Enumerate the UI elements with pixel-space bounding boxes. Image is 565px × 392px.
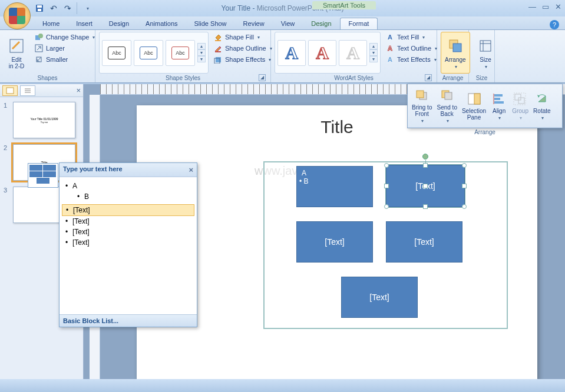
text-pane-item[interactable]: [Text] bbox=[62, 227, 194, 237]
rotate-button[interactable]: Rotate bbox=[531, 87, 552, 125]
tab-review[interactable]: Review bbox=[235, 18, 273, 29]
tab-view[interactable]: View bbox=[273, 18, 303, 29]
text-pane-title: Type your text here bbox=[63, 165, 123, 174]
smartart-block-3[interactable]: [Text] bbox=[296, 221, 373, 263]
align-button[interactable]: Align bbox=[489, 87, 509, 125]
text-effects-button[interactable]: AText Effects bbox=[383, 54, 440, 65]
smartart-block-4[interactable]: [Text] bbox=[386, 221, 462, 263]
svg-rect-21 bbox=[494, 94, 503, 97]
smartart-block-2[interactable]: [Text] bbox=[386, 165, 465, 207]
svg-rect-9 bbox=[215, 51, 221, 52]
tab-insert[interactable]: Insert bbox=[68, 18, 101, 29]
arrange-button[interactable]: Arrange bbox=[441, 32, 470, 74]
group-button[interactable]: Group bbox=[510, 87, 530, 125]
svg-rect-13 bbox=[453, 44, 461, 52]
svg-rect-25 bbox=[515, 94, 521, 100]
text-pane-item[interactable]: B bbox=[62, 191, 194, 202]
redo-icon[interactable]: ↷ bbox=[62, 3, 73, 14]
larger-button[interactable]: Larger bbox=[32, 43, 97, 54]
tab-design[interactable]: Design bbox=[101, 18, 137, 29]
shape-style-gallery[interactable]: Abc Abc Abc ▴▾▾ bbox=[99, 32, 209, 74]
change-shape-icon bbox=[34, 32, 44, 42]
group-icon bbox=[512, 91, 528, 107]
arrange-icon bbox=[446, 36, 465, 55]
shape-fill-button[interactable]: Shape Fill bbox=[211, 32, 275, 42]
text-pane-item[interactable]: [Text] bbox=[62, 216, 194, 227]
panel-close-icon[interactable]: × bbox=[76, 86, 81, 95]
bring-front-icon bbox=[414, 88, 430, 103]
text-outline-icon: A bbox=[385, 44, 395, 53]
office-button[interactable] bbox=[4, 2, 31, 29]
restore-button[interactable]: ▭ bbox=[542, 2, 549, 11]
send-to-back-button[interactable]: Send to Back bbox=[435, 87, 458, 125]
svg-rect-23 bbox=[494, 101, 504, 104]
rotate-handle-icon[interactable] bbox=[422, 154, 428, 160]
paint-bucket-icon bbox=[213, 32, 223, 42]
rotate-icon bbox=[534, 91, 550, 107]
ribbon: Edit in 2-D Change Shape Larger Smaller … bbox=[0, 30, 565, 83]
gallery-down-icon[interactable]: ▾ bbox=[197, 49, 206, 56]
svg-rect-26 bbox=[518, 98, 524, 104]
text-outline-button[interactable]: AText Outline bbox=[383, 43, 440, 54]
svg-rect-30 bbox=[6, 88, 14, 94]
edit-in-2d-button[interactable]: Edit in 2-D bbox=[4, 32, 29, 74]
undo-icon[interactable]: ↶ bbox=[48, 3, 59, 14]
selection-pane-icon bbox=[466, 91, 483, 107]
size-button[interactable]: Size bbox=[473, 32, 498, 74]
smaller-icon bbox=[34, 55, 44, 64]
shape-outline-button[interactable]: Shape Outline bbox=[211, 43, 275, 54]
size-icon bbox=[476, 36, 495, 55]
smaller-button[interactable]: Smaller bbox=[32, 54, 97, 65]
shape-effects-button[interactable]: Shape Effects bbox=[211, 54, 275, 65]
svg-rect-10 bbox=[216, 57, 221, 62]
smartart-frame[interactable]: A• B [Text] [Text] [Text] [Text] bbox=[263, 161, 508, 329]
svg-rect-8 bbox=[215, 40, 221, 41]
dialog-launcher-icon[interactable]: ◢ bbox=[259, 74, 266, 81]
bring-to-front-button[interactable]: Bring to Front bbox=[410, 87, 434, 125]
gallery-up-icon[interactable]: ▴ bbox=[197, 43, 206, 49]
text-pane-footer[interactable]: Basic Block List... bbox=[60, 314, 197, 327]
svg-rect-1 bbox=[37, 5, 42, 8]
smartart-block-5[interactable]: [Text] bbox=[341, 277, 418, 318]
gallery-more-icon[interactable]: ▾ bbox=[197, 56, 206, 62]
svg-rect-18 bbox=[445, 92, 452, 99]
save-icon[interactable] bbox=[34, 3, 45, 14]
arrange-popup-label: Arrange bbox=[408, 127, 562, 137]
outline-tab[interactable] bbox=[20, 85, 35, 96]
slides-tab[interactable] bbox=[2, 85, 18, 96]
text-pane-thumb-icon bbox=[28, 163, 58, 188]
effects-icon bbox=[213, 55, 223, 64]
group-label-shapes: Shapes bbox=[4, 74, 91, 82]
selection-pane-button[interactable]: Selection Pane bbox=[460, 87, 488, 125]
change-shape-button[interactable]: Change Shape bbox=[32, 32, 97, 42]
svg-rect-27 bbox=[514, 93, 526, 105]
tab-animations[interactable]: Animations bbox=[137, 18, 186, 29]
text-pane-list[interactable]: AB[Text][Text][Text][Text] bbox=[60, 177, 197, 314]
text-pane-item[interactable]: [Text] bbox=[62, 204, 194, 216]
text-pane-item[interactable]: A bbox=[62, 181, 194, 191]
svg-rect-16 bbox=[417, 91, 424, 98]
group-label-wordart: WordArt Styles◢ bbox=[275, 74, 433, 82]
close-button[interactable]: ✕ bbox=[555, 2, 561, 11]
send-back-icon bbox=[439, 88, 455, 103]
tab-slideshow[interactable]: Slide Show bbox=[186, 18, 235, 29]
contextual-tab-label: SmartArt Tools bbox=[312, 1, 376, 9]
wordart-gallery[interactable]: A A A ▴▾▾ bbox=[275, 32, 381, 74]
tab-smartart-format[interactable]: Format bbox=[340, 18, 378, 29]
text-fill-button[interactable]: AText Fill bbox=[383, 32, 440, 42]
ribbon-tabs: Home Insert Design Animations Slide Show… bbox=[0, 16, 565, 30]
larger-icon bbox=[34, 44, 44, 53]
qat-more-icon[interactable] bbox=[82, 3, 92, 14]
smartart-text-pane[interactable]: Type your text here × AB[Text][Text][Tex… bbox=[59, 162, 197, 327]
tab-smartart-design[interactable]: Design bbox=[303, 18, 339, 29]
tab-home[interactable]: Home bbox=[34, 18, 68, 29]
help-icon[interactable]: ? bbox=[550, 20, 559, 29]
edit-2d-icon bbox=[7, 36, 26, 55]
text-pane-close-icon[interactable]: × bbox=[189, 165, 193, 174]
slide-thumb-1[interactable]: Your Title 01/01/1999Try me bbox=[13, 102, 75, 138]
smartart-block-1[interactable]: A• B bbox=[296, 166, 373, 207]
group-label-shape-styles: Shape Styles◢ bbox=[99, 74, 267, 82]
text-pane-item[interactable]: [Text] bbox=[62, 237, 194, 248]
minimize-button[interactable]: — bbox=[528, 2, 536, 11]
text-effects-icon: A bbox=[385, 55, 395, 64]
